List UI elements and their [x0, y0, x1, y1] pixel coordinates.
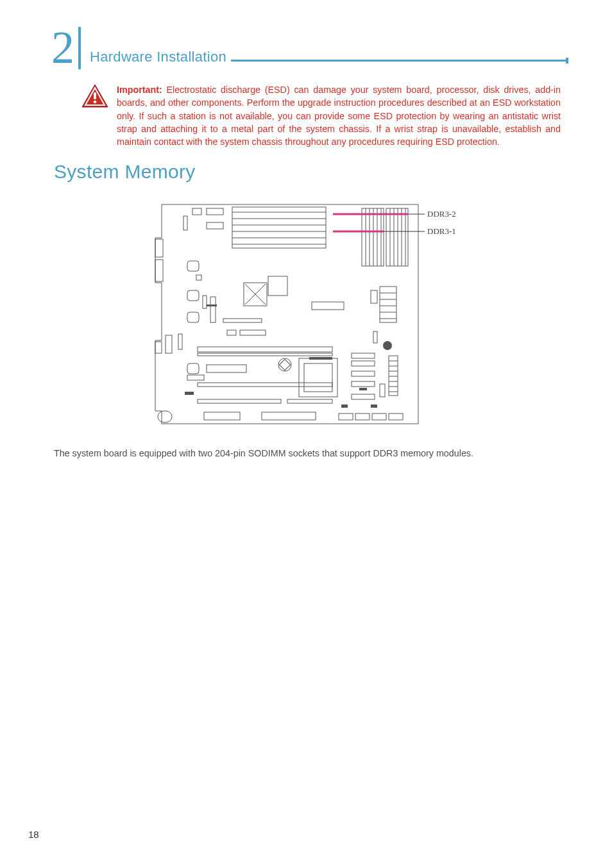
svg-rect-73	[312, 302, 344, 310]
chapter-title-row: Hardware Installation	[90, 49, 561, 65]
svg-rect-5	[155, 260, 163, 281]
svg-rect-42	[268, 276, 287, 296]
svg-rect-76	[299, 358, 337, 397]
chapter-number: 2	[51, 24, 74, 71]
svg-point-3	[94, 101, 97, 104]
chapter-divider	[78, 27, 81, 69]
svg-rect-96	[341, 405, 348, 408]
svg-rect-8	[192, 208, 201, 215]
svg-rect-37	[187, 290, 199, 301]
important-text: Important: Electrostatic discharge (ESD)…	[117, 83, 561, 148]
svg-rect-39	[210, 297, 216, 322]
svg-rect-6	[155, 342, 162, 353]
svg-rect-35	[187, 261, 199, 271]
important-label: Important:	[117, 85, 162, 95]
important-callout: Important: Electrostatic discharge (ESD)…	[81, 83, 561, 148]
svg-rect-78	[166, 335, 172, 353]
svg-rect-11	[183, 216, 187, 230]
svg-point-57	[383, 341, 392, 350]
body-paragraph: The system board is equipped with two 20…	[54, 447, 561, 460]
svg-rect-85	[198, 353, 332, 356]
svg-rect-2	[94, 92, 96, 99]
svg-rect-68	[352, 361, 375, 366]
svg-rect-71	[352, 394, 375, 399]
svg-rect-69	[352, 371, 375, 376]
svg-rect-86	[198, 383, 332, 387]
board-diagram: DDR3-2 DDR3-1	[51, 193, 561, 433]
svg-rect-4	[155, 239, 163, 257]
svg-rect-95	[389, 413, 403, 420]
svg-rect-46	[227, 330, 236, 335]
svg-rect-83	[185, 392, 194, 395]
svg-rect-94	[372, 413, 386, 420]
svg-rect-56	[373, 331, 377, 343]
svg-rect-10	[207, 222, 223, 229]
svg-rect-82	[207, 365, 246, 372]
chapter-title: Hardware Installation	[90, 49, 226, 65]
section-title: System Memory	[54, 161, 561, 183]
svg-rect-50	[380, 287, 396, 322]
svg-rect-97	[371, 405, 377, 408]
warning-icon	[81, 83, 109, 109]
svg-rect-92	[339, 413, 353, 420]
svg-rect-80	[187, 363, 199, 374]
svg-rect-49	[371, 290, 377, 303]
svg-rect-38	[203, 296, 207, 308]
svg-rect-84	[198, 347, 332, 352]
svg-rect-47	[240, 330, 266, 335]
svg-point-74	[278, 358, 291, 371]
svg-rect-40	[207, 305, 217, 306]
svg-rect-48	[223, 319, 262, 322]
svg-rect-19	[362, 208, 384, 266]
svg-rect-66	[380, 384, 385, 397]
svg-rect-87	[198, 399, 281, 403]
svg-rect-91	[262, 412, 316, 420]
header-rule	[231, 60, 567, 62]
svg-rect-93	[355, 413, 370, 420]
svg-rect-77	[304, 363, 332, 392]
svg-rect-89	[309, 357, 332, 360]
svg-rect-7	[158, 411, 172, 422]
svg-rect-81	[187, 375, 204, 380]
svg-rect-88	[287, 399, 332, 403]
svg-rect-90	[204, 412, 240, 420]
ddr3-2-label: DDR3-2	[427, 209, 456, 219]
svg-rect-25	[386, 208, 408, 266]
svg-rect-79	[178, 334, 182, 349]
svg-rect-12	[232, 207, 326, 248]
svg-rect-9	[207, 208, 223, 215]
page-number: 18	[28, 829, 39, 840]
important-body: Electrostatic discharge (ESD) can damage…	[117, 85, 561, 147]
chapter-header: 2 Hardware Installation	[51, 19, 561, 65]
ddr3-1-label: DDR3-1	[427, 226, 456, 236]
svg-rect-41	[187, 312, 199, 322]
svg-rect-67	[352, 353, 375, 358]
svg-rect-75	[280, 360, 291, 371]
svg-rect-58	[389, 356, 398, 396]
svg-rect-36	[196, 275, 201, 280]
svg-rect-72	[359, 388, 367, 390]
svg-rect-70	[352, 381, 375, 387]
